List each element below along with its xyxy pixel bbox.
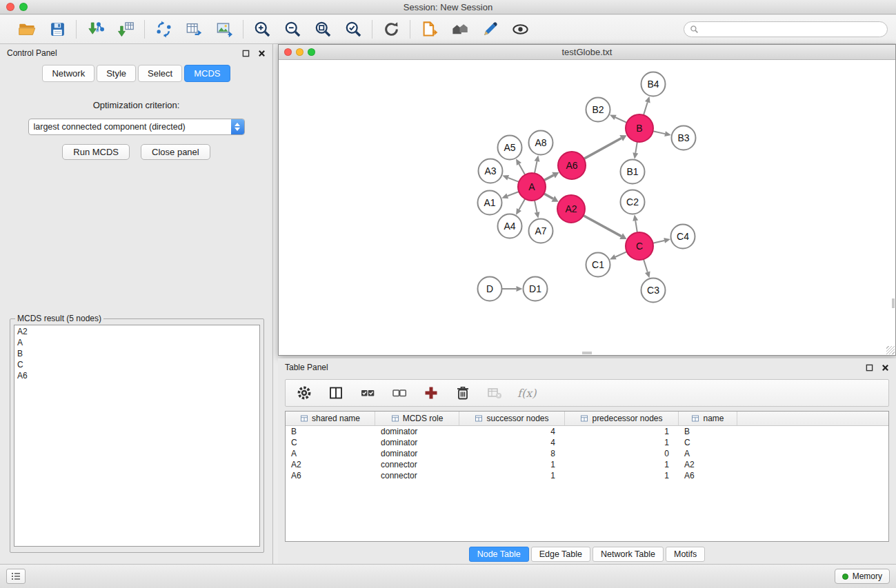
delete-rows-icon[interactable] <box>454 384 472 402</box>
table-cell[interactable]: B <box>286 426 375 437</box>
column-header-predecessor-nodes[interactable]: predecessor nodes <box>565 412 679 425</box>
table-cell[interactable]: A6 <box>679 470 737 481</box>
table-row[interactable]: A6connector11A6 <box>286 470 888 481</box>
graph-node-C3[interactable]: C3 <box>641 278 666 303</box>
table-settings-icon[interactable] <box>295 384 313 402</box>
graph-node-A5[interactable]: A5 <box>498 136 522 160</box>
graph-node-C2[interactable]: C2 <box>621 190 645 214</box>
graph-edge-A-A2[interactable] <box>544 194 552 199</box>
table-cell[interactable]: connector <box>375 459 459 470</box>
task-history-button[interactable] <box>6 569 26 584</box>
graph-node-A2[interactable]: A2 <box>557 195 585 223</box>
graph-edge-B-B3[interactable] <box>653 131 666 134</box>
graph-node-B3[interactable]: B3 <box>672 126 696 150</box>
mcds-result-list[interactable]: A2ABCA6 <box>14 325 260 547</box>
graph-edge-A-A8[interactable] <box>535 161 537 173</box>
tab-edge-table[interactable]: Edge Table <box>531 547 590 562</box>
annotate-icon[interactable] <box>479 19 500 40</box>
graph-node-A[interactable]: A <box>518 173 546 201</box>
close-panel-button[interactable]: Close panel <box>141 144 210 160</box>
table-cell[interactable]: 1 <box>565 426 679 437</box>
search-box[interactable] <box>684 21 888 37</box>
tab-motifs[interactable]: Motifs <box>666 547 705 562</box>
memory-button[interactable]: Memory <box>835 569 890 584</box>
graph-edge-A2-C[interactable] <box>584 216 621 236</box>
graph-node-C[interactable]: C <box>626 232 653 260</box>
graph-edge-C-C4[interactable] <box>653 241 665 243</box>
search-input[interactable] <box>702 25 882 34</box>
snapshot-icon[interactable] <box>419 19 439 40</box>
delete-table-icon[interactable] <box>486 384 504 402</box>
optimization-criterion-select[interactable]: largest connected component (directed) <box>28 119 245 135</box>
result-item[interactable]: B <box>14 348 259 359</box>
result-item[interactable]: A <box>14 337 259 348</box>
graph-edge-C-C3[interactable] <box>644 259 648 272</box>
minimize-network-button[interactable] <box>296 48 303 56</box>
tab-node-table[interactable]: Node Table <box>469 547 529 562</box>
table-row[interactable]: A2connector11A2 <box>286 459 888 470</box>
tab-network[interactable]: Network <box>42 65 94 82</box>
close-table-panel-icon[interactable] <box>882 364 889 372</box>
open-session-icon[interactable] <box>17 19 37 40</box>
import-network-icon[interactable] <box>85 19 106 40</box>
tab-select[interactable]: Select <box>138 65 182 82</box>
table-cell[interactable]: 4 <box>459 437 565 448</box>
zoom-network-button[interactable] <box>308 48 315 56</box>
table-cell[interactable]: A <box>286 448 375 459</box>
save-session-icon[interactable] <box>47 19 68 40</box>
graph-node-C1[interactable]: C1 <box>586 253 610 277</box>
graph-edge-A-A1[interactable] <box>508 192 519 196</box>
graph-edge-C-C2[interactable] <box>635 221 637 232</box>
import-table-icon[interactable] <box>115 19 136 40</box>
table-cell[interactable]: dominator <box>375 437 459 448</box>
table-row[interactable]: Bdominator41B <box>286 426 888 437</box>
table-cell[interactable]: A2 <box>679 459 737 470</box>
close-network-button[interactable] <box>284 48 292 56</box>
table-cell[interactable]: 1 <box>459 459 565 470</box>
graph-edge-B-B4[interactable] <box>644 102 648 115</box>
network-table-icon[interactable] <box>183 19 204 40</box>
float-panel-icon[interactable] <box>242 50 250 57</box>
graph-node-B4[interactable]: B4 <box>641 72 666 97</box>
table-cell[interactable]: C <box>286 437 375 448</box>
column-header-shared-name[interactable]: shared name <box>286 412 375 425</box>
float-table-panel-icon[interactable] <box>866 364 873 372</box>
graph-node-B1[interactable]: B1 <box>621 160 645 184</box>
table-cell[interactable]: C <box>679 437 737 448</box>
tab-mcds[interactable]: MCDS <box>184 65 230 82</box>
zoom-window-button[interactable] <box>19 3 28 11</box>
graph-node-A8[interactable]: A8 <box>529 131 553 155</box>
graph-edge-A-A7[interactable] <box>535 201 537 212</box>
table-cell[interactable]: 4 <box>459 426 565 437</box>
table-cell[interactable]: A <box>679 448 737 459</box>
result-item[interactable]: A2 <box>14 326 259 337</box>
graph-node-A3[interactable]: A3 <box>479 159 503 183</box>
zoom-selected-icon[interactable] <box>343 19 364 40</box>
resize-grip[interactable] <box>886 346 895 354</box>
table-cell[interactable]: dominator <box>375 448 459 459</box>
table-cell[interactable]: 8 <box>459 448 565 459</box>
column-header-name[interactable]: name <box>679 412 737 425</box>
result-item[interactable]: A6 <box>14 370 259 381</box>
graph-node-D[interactable]: D <box>478 277 502 301</box>
close-window-button[interactable] <box>6 3 14 11</box>
table-body[interactable]: Bdominator41BCdominator41CAdominator80AA… <box>286 426 888 541</box>
graph-edge-B-B2[interactable] <box>615 117 627 123</box>
select-all-icon[interactable] <box>359 384 377 402</box>
deselect-all-icon[interactable] <box>390 384 408 402</box>
table-row[interactable]: Adominator80A <box>286 448 888 459</box>
graph-node-B2[interactable]: B2 <box>586 98 610 122</box>
table-cell[interactable]: 0 <box>565 448 679 459</box>
graph-node-A7[interactable]: A7 <box>529 219 553 243</box>
table-cell[interactable]: connector <box>375 470 459 481</box>
graph-edge-C-C1[interactable] <box>615 252 627 257</box>
table-cell[interactable]: 1 <box>565 437 679 448</box>
graph-node-B[interactable]: B <box>626 114 653 142</box>
table-cell[interactable]: B <box>679 426 737 437</box>
tab-network-table[interactable]: Network Table <box>593 547 664 562</box>
horizontal-scrollbar[interactable] <box>582 352 592 354</box>
network-window-titlebar[interactable]: testGlobe.txt <box>279 45 895 60</box>
network-canvas[interactable]: B4B2BB3A8A5A6A3B1AA1C2A2A4A7C4CC1C3DD1 <box>279 61 895 355</box>
graph-node-D1[interactable]: D1 <box>524 277 548 301</box>
graph-node-C4[interactable]: C4 <box>671 225 695 249</box>
